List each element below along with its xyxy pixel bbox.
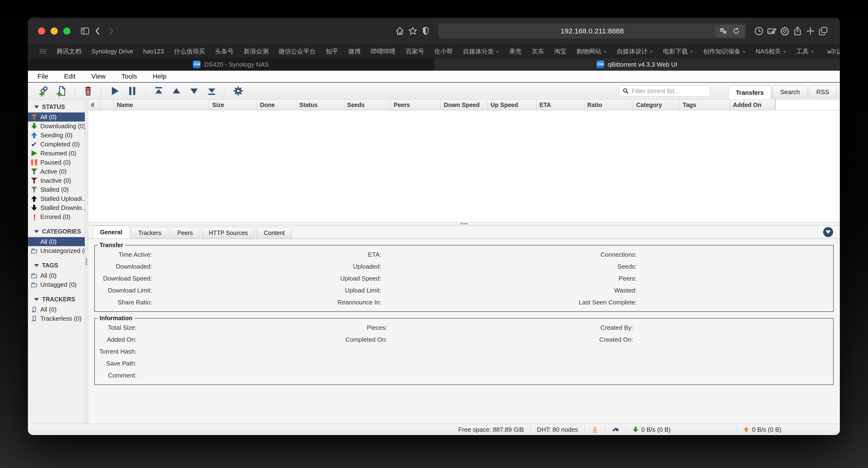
tags-section-header[interactable]: TAGS xyxy=(28,259,85,271)
back-button[interactable] xyxy=(91,25,104,37)
history-clock-icon[interactable] xyxy=(752,25,765,37)
column-header[interactable]: # xyxy=(88,100,100,110)
details-splitter[interactable] xyxy=(88,222,840,225)
status-filter-item[interactable]: Inactive (0) xyxy=(28,176,85,185)
details-tab[interactable]: Content xyxy=(257,227,292,239)
status-filter-item[interactable]: Stalled (0) xyxy=(28,185,85,194)
bookmark-item[interactable]: 百家号 ∨ xyxy=(406,47,424,56)
bookmark-item[interactable]: 知乎 ∨ xyxy=(326,47,338,56)
tab-overview-icon[interactable] xyxy=(817,25,830,37)
bookmark-item[interactable]: 淘宝 ∨ xyxy=(554,47,566,56)
bookmark-item[interactable]: 创作知识储备 ∨ xyxy=(703,47,746,56)
status-filter-item[interactable]: Completed (0) xyxy=(28,140,85,149)
bookmark-item[interactable]: 工具 ∨ xyxy=(796,47,814,56)
bookmark-item[interactable]: 自媒体设计 ∨ xyxy=(617,47,653,56)
minimize-window-button[interactable] xyxy=(51,27,58,35)
categories-section-header[interactable]: CATEGORIES xyxy=(28,225,85,237)
bookmark-item[interactable]: 什么值得买 ∨ xyxy=(174,47,205,56)
collapse-details-button[interactable] xyxy=(823,227,833,237)
bookmark-grid-icon[interactable] xyxy=(39,47,47,55)
status-filter-item[interactable]: Stalled Downlo... xyxy=(28,203,85,212)
status-filter-item[interactable]: Stalled Uploadi... xyxy=(28,194,85,203)
column-header[interactable]: Done xyxy=(257,100,297,110)
zoom-window-button[interactable] xyxy=(63,27,70,35)
add-torrent-file-button[interactable] xyxy=(55,84,68,98)
tag-filter-item[interactable]: All (0) xyxy=(28,271,85,280)
status-filter-item[interactable]: Paused (0) xyxy=(28,158,85,167)
share-icon[interactable] xyxy=(791,25,804,37)
details-tab[interactable]: Peers xyxy=(170,227,200,239)
menu-item[interactable]: Tools xyxy=(122,72,137,80)
bookmark-item[interactable]: 腾讯文档 ∨ xyxy=(57,47,82,56)
new-tab-icon[interactable] xyxy=(804,25,817,37)
bookmark-item[interactable]: 新浪众测 ∨ xyxy=(244,47,269,56)
bookmark-item[interactable]: 哔哩哔哩 ∨ xyxy=(371,47,396,56)
sidebar-toggle-icon[interactable] xyxy=(79,25,91,37)
bookmark-item[interactable]: 微博 ∨ xyxy=(348,47,361,56)
bookmark-item[interactable]: Synology Drive ∨ xyxy=(91,48,133,55)
bookmark-item[interactable]: 果壳 ∨ xyxy=(509,47,522,56)
column-header[interactable]: Status xyxy=(297,100,344,110)
column-header[interactable]: Seeds xyxy=(344,100,391,110)
column-header[interactable] xyxy=(100,100,114,110)
status-filter-item[interactable]: Downloading (0) xyxy=(28,122,85,131)
bookmarks-overflow-button[interactable]: » xyxy=(821,44,831,58)
bookmark-item[interactable]: 京东 ∨ xyxy=(532,47,544,56)
bookmarks-star-icon[interactable] xyxy=(406,25,419,37)
status-filter-item[interactable]: Resumed (0) xyxy=(28,149,85,158)
tracker-filter-item[interactable]: Trackerless (0) xyxy=(28,314,85,323)
status-filter-item[interactable]: Active (0) xyxy=(28,167,85,176)
details-tab[interactable]: General xyxy=(93,225,129,239)
tracker-filter-item[interactable]: All (0) xyxy=(28,305,85,314)
connection-status-icon[interactable] xyxy=(585,426,605,433)
torrent-list-empty[interactable] xyxy=(88,110,840,222)
menu-item[interactable]: Edit xyxy=(64,72,75,80)
category-filter-item[interactable]: All (0) xyxy=(28,237,85,246)
options-gear-button[interactable] xyxy=(231,84,245,98)
reload-button[interactable] xyxy=(732,27,741,35)
bookmark-item[interactable]: 自媒体分发 ∨ xyxy=(463,47,499,56)
details-tab[interactable]: HTTP Sources xyxy=(202,227,255,239)
bookmark-item[interactable]: 购物网站 ∨ xyxy=(577,47,607,56)
bookmark-item[interactable]: 住小帮 ∨ xyxy=(434,47,453,56)
bookmark-item[interactable]: hao123 ∨ xyxy=(143,48,164,55)
details-tab[interactable]: Trackers xyxy=(131,227,168,239)
status-filter-item[interactable]: Seeding (0) xyxy=(28,131,85,140)
column-header[interactable]: ETA xyxy=(537,100,584,110)
status-section-header[interactable]: STATUS xyxy=(28,100,85,113)
filter-input[interactable] xyxy=(632,87,707,95)
bookmark-item[interactable]: 电影下载 ∨ xyxy=(663,47,693,56)
pause-torrent-button[interactable] xyxy=(126,84,139,98)
column-header[interactable]: Added On xyxy=(730,100,775,110)
column-header[interactable]: Category xyxy=(633,100,680,110)
move-down-button[interactable] xyxy=(187,84,201,98)
main-view-tab[interactable]: Transfers xyxy=(728,86,771,99)
resume-torrent-button[interactable] xyxy=(108,84,121,98)
menu-item[interactable]: File xyxy=(37,72,48,80)
status-filter-item[interactable]: All (0) xyxy=(28,113,85,122)
main-view-tab[interactable]: Search xyxy=(773,86,807,98)
privacy-shield-icon[interactable] xyxy=(419,25,432,37)
column-header[interactable]: Down Speed xyxy=(441,100,488,110)
move-top-button[interactable] xyxy=(152,84,165,98)
column-header[interactable]: Tags xyxy=(680,100,730,110)
close-window-button[interactable] xyxy=(38,27,45,35)
category-filter-item[interactable]: Uncategorized (0) xyxy=(28,246,85,255)
translate-icon[interactable]: A a xyxy=(719,27,727,35)
sidebar-splitter[interactable] xyxy=(85,100,88,424)
move-up-button[interactable] xyxy=(170,84,183,98)
trackers-section-header[interactable]: TRACKERS xyxy=(28,293,85,305)
column-header[interactable]: Up Speed xyxy=(488,100,537,110)
forward-button[interactable] xyxy=(104,25,117,37)
bookmark-item[interactable]: 微信公众平台 ∨ xyxy=(279,47,316,56)
status-filter-item[interactable]: Errored (0) xyxy=(28,212,85,221)
column-header[interactable]: Ratio xyxy=(584,100,633,110)
move-bottom-button[interactable] xyxy=(205,84,218,98)
bookmark-item[interactable]: NAS相关 ∨ xyxy=(756,47,786,56)
delete-torrent-button[interactable] xyxy=(82,84,95,98)
main-view-tab[interactable]: RSS xyxy=(809,86,836,98)
menu-item[interactable]: Help xyxy=(153,72,167,80)
browser-tab[interactable]: DSM qBittorrent v4.3.3 Web UI xyxy=(434,58,840,71)
browser-tab[interactable]: DSM DS420 - Synology NAS xyxy=(28,58,434,71)
tag-filter-item[interactable]: Untagged (0) xyxy=(28,280,85,289)
